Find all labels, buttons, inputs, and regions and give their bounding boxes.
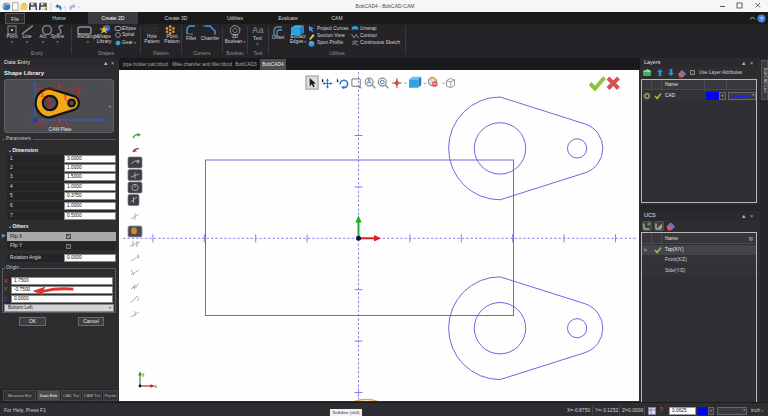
svg-text:1: 1	[57, 84, 60, 89]
svg-text:7: 7	[77, 90, 80, 95]
svg-text:x: x	[105, 119, 108, 124]
svg-text:A: A	[367, 78, 372, 85]
svg-text:x: x	[155, 384, 158, 389]
svg-text:y: y	[142, 372, 145, 377]
